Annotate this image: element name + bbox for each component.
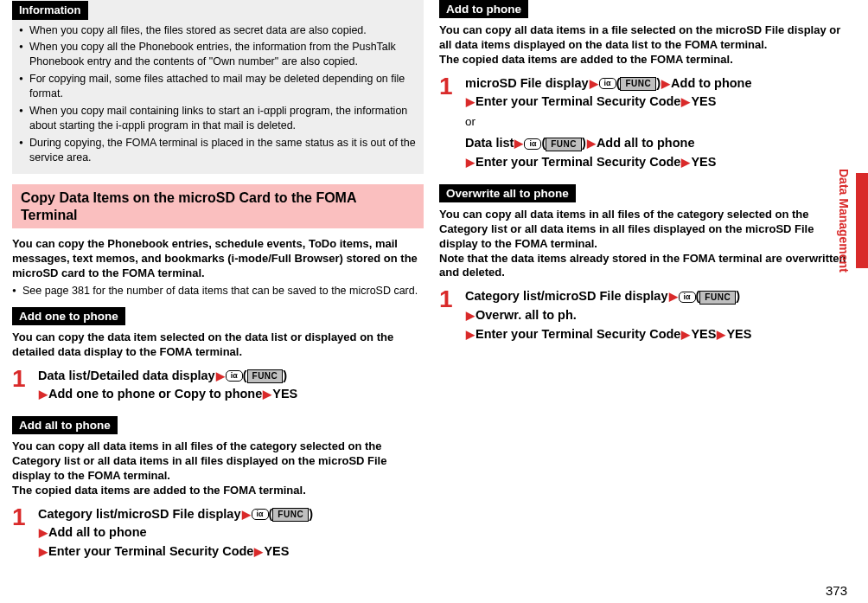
triangle-icon: ▶ [716,328,726,341]
step-number: 1 [439,74,458,172]
triangle-icon: ▶ [38,388,48,401]
step-text: Overwr. all to ph. [475,308,577,322]
info-item: For copying mail, some files attached to… [29,72,417,101]
triangle-icon: ▶ [215,369,226,382]
copy-data-heading: Copy Data Items on the microSD Card to t… [12,184,424,228]
step-number: 1 [12,505,31,561]
step-text: Category list/microSD File display [465,289,668,303]
triangle-icon: ▶ [586,137,597,150]
step-text: Data list [465,136,514,150]
add-one-label: Add one to phone [12,307,125,325]
i-key-icon: iα [679,292,696,303]
information-label: Information [12,1,88,20]
information-box: Information When you copy all files, the… [12,0,424,174]
step-1: 1 Data list/Detailed data display▶iα(FUN… [12,367,424,405]
add-one-section: Add one to phone You can copy the data i… [12,307,424,404]
side-tab [851,173,868,268]
triangle-icon: ▶ [465,309,475,322]
step-text: Category list/microSD File display [38,507,241,521]
side-tab-red [856,173,868,268]
triangle-icon: ▶ [680,95,691,108]
i-key-icon: iα [252,509,269,520]
step-text: Enter your Terminal Security Code [475,327,680,341]
info-item: When you copy all the Phonebook entries,… [29,40,417,69]
step-body: Category list/microSD File display▶iα(FU… [38,505,424,561]
step-1: 1 Category list/microSD File display▶iα(… [439,287,851,343]
step-text: Enter your Terminal Security Code [475,155,680,169]
columns: Information When you copy all files, the… [0,0,868,574]
step-body: Category list/microSD File display▶iα(FU… [465,287,851,343]
step-text: Enter your Terminal Security Code [475,94,680,108]
func-button: FUNC [247,369,284,383]
step-text: Add all to phone [48,525,147,539]
step-number: 1 [12,367,31,405]
func-button: FUNC [272,508,309,522]
add-one-desc: You can copy the data item selected on t… [12,330,424,360]
add-all-section: Add all to phone You can copy all data i… [12,416,424,561]
info-item: When you copy all files, the files store… [29,23,417,38]
func-button: FUNC [699,291,736,305]
step-text: Add one to phone or Copy to phone [48,387,262,401]
step-text: microSD File display [465,76,589,90]
add-all-desc: You can copy all data items in all files… [12,439,424,498]
triangle-icon: ▶ [465,156,475,169]
overwrite-label: Overwrite all to phone [439,184,576,202]
i-key-icon: iα [599,78,616,89]
overwrite-section: Overwrite all to phone You can copy all … [439,184,851,344]
info-item: During copying, the FOMA terminal is pla… [29,136,417,165]
triangle-icon: ▶ [465,95,475,108]
triangle-icon: ▶ [38,545,48,558]
triangle-icon: ▶ [262,388,272,401]
copy-note: See page 381 for the number of data item… [12,284,424,298]
yes-text: YES [691,327,716,341]
page-number: 373 [826,583,847,598]
triangle-icon: ▶ [680,328,691,341]
add-to-phone-label: Add to phone [439,0,528,18]
triangle-icon: ▶ [241,508,252,521]
step-text: Add all to phone [597,136,695,150]
or-text: or [465,113,851,131]
info-item: When you copy mail containing links to s… [29,104,417,133]
step-text: Enter your Terminal Security Code [48,544,253,558]
step-1: 1 microSD File display▶iα(FUNC)▶Add to p… [439,74,851,172]
step-body: Data list/Detailed data display▶iα(FUNC)… [38,367,424,405]
triangle-icon: ▶ [680,156,691,169]
step-body: microSD File display▶iα(FUNC)▶Add to pho… [465,74,851,172]
i-key-icon: iα [524,138,541,150]
yes-text: YES [726,327,751,341]
information-list: When you copy all files, the files store… [19,23,417,165]
left-column: Information When you copy all files, the… [12,0,424,574]
i-key-icon: iα [226,370,243,382]
triangle-icon: ▶ [661,77,671,90]
side-tab-text: Data Management [837,147,851,294]
yes-text: YES [691,155,716,169]
yes-text: YES [691,94,716,108]
func-button: FUNC [620,77,656,91]
triangle-icon: ▶ [514,137,524,150]
triangle-icon: ▶ [668,290,679,303]
triangle-icon: ▶ [465,328,475,341]
add-to-phone-section: Add to phone You can copy all data items… [439,0,851,172]
triangle-icon: ▶ [589,77,599,90]
step-text: Data list/Detailed data display [38,369,215,382]
triangle-icon: ▶ [253,545,264,558]
copy-intro: You can copy the Phonebook entries, sche… [12,237,424,281]
triangle-icon: ▶ [38,526,48,539]
add-all-label: Add all to phone [12,416,118,434]
func-button: FUNC [546,138,582,151]
yes-text: YES [264,544,289,558]
step-number: 1 [439,287,458,343]
overwrite-desc: You can copy all data items in all files… [439,208,851,280]
step-1: 1 Category list/microSD File display▶iα(… [12,505,424,561]
step-text: Add to phone [671,76,751,90]
yes-text: YES [272,387,297,401]
right-column: Add to phone You can copy all data items… [439,0,851,574]
add-to-phone-desc: You can copy all data items in a file se… [439,23,851,67]
